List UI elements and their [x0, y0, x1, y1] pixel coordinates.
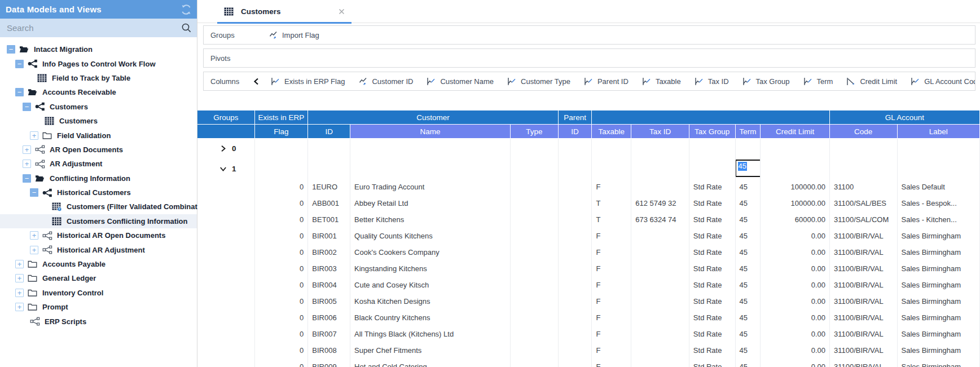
tree-item-customers-filter-validated-combination-[interactable]: Customers (Filter Validated Combination): [0, 200, 197, 214]
tree-item-erp-scripts[interactable]: ERP Scripts: [0, 314, 197, 328]
cell-name[interactable]: Black Country Kitchens: [350, 309, 511, 326]
cell-parent_id[interactable]: [559, 139, 592, 158]
cell-tax_group[interactable]: [689, 139, 736, 158]
cell-tax_id[interactable]: [631, 139, 689, 158]
cell-term[interactable]: 45: [736, 211, 761, 228]
tree-item-accounts-payable[interactable]: +Accounts Payable: [0, 257, 197, 271]
tree-item-prompt[interactable]: +Prompt: [0, 300, 197, 314]
cell-id[interactable]: [308, 158, 350, 179]
cell-gl_code[interactable]: 31100/BIR/VAL: [830, 228, 898, 244]
cell-term[interactable]: 45: [736, 359, 761, 367]
column-header-term[interactable]: Term: [736, 125, 761, 139]
column-chip-tax-group[interactable]: Tax Group: [742, 77, 790, 86]
cell-type[interactable]: [511, 158, 559, 179]
cell-credit_limit[interactable]: [761, 158, 830, 179]
cell-gl_code[interactable]: 31100/BIR/VAL: [830, 244, 898, 260]
collapse-icon[interactable]: −: [7, 45, 15, 54]
expand-icon[interactable]: +: [15, 303, 24, 311]
cell-parent_id[interactable]: [559, 179, 592, 195]
cell-flag[interactable]: 0: [255, 309, 309, 326]
refresh-icon[interactable]: [180, 3, 192, 16]
cell-tax_id[interactable]: [631, 228, 689, 244]
tree-item-intacct-migration[interactable]: −Intacct Migration: [0, 42, 197, 56]
cell-name[interactable]: Euro Trading Account: [350, 179, 511, 195]
cell-groups[interactable]: [197, 228, 255, 244]
column-chip-tax-id[interactable]: Tax ID: [695, 77, 729, 86]
column-chip-customer-name[interactable]: Customer Name: [427, 77, 494, 86]
cell-tax_group[interactable]: Std Rate: [689, 179, 736, 195]
cell-type[interactable]: [511, 179, 559, 195]
column-header-gl_label[interactable]: Label: [898, 125, 980, 139]
cell-gl_label[interactable]: [898, 158, 980, 179]
column-group-header-exists-in-erp[interactable]: Exists in ERP: [255, 110, 309, 125]
cell-tax_id[interactable]: [631, 158, 689, 179]
cell-gl_label[interactable]: Sales Birmingham: [898, 277, 980, 293]
cell-credit_limit[interactable]: 100000.00: [761, 195, 830, 211]
column-chip-term[interactable]: Term: [803, 77, 833, 86]
cell-flag[interactable]: 0: [255, 277, 309, 293]
cell-name[interactable]: Cook's Cookers Company: [350, 244, 511, 260]
cell-flag[interactable]: [255, 158, 309, 179]
column-header-taxable[interactable]: Taxable: [592, 125, 631, 139]
cell-id[interactable]: BIR008: [308, 342, 350, 359]
cell-flag[interactable]: 0: [255, 293, 309, 309]
tree-item-ar-open-documents[interactable]: +AR Open Documents: [0, 143, 197, 157]
cell-parent_id[interactable]: [559, 228, 592, 244]
cell-id[interactable]: ABB001: [308, 195, 350, 211]
cell-credit_limit[interactable]: 0.00: [761, 260, 830, 277]
tree-item-inventory-control[interactable]: +Inventory Control: [0, 286, 197, 300]
cell-credit_limit[interactable]: 0.00: [761, 326, 830, 342]
column-chip-credit-limit[interactable]: Credit Limit: [846, 77, 897, 86]
cell-tax_id[interactable]: [631, 244, 689, 260]
cell-type[interactable]: [511, 260, 559, 277]
cell-groups[interactable]: 1: [197, 158, 255, 179]
cell-groups[interactable]: [197, 260, 255, 277]
column-chip-gl-account-code[interactable]: GL Account Code: [911, 77, 975, 86]
cell-tax_id[interactable]: 612 5749 32: [631, 195, 689, 211]
cell-id[interactable]: BIR002: [308, 244, 350, 260]
cell-tax_group[interactable]: [689, 158, 736, 179]
tree-item-customers-conflicting-information[interactable]: Customers Conflicting Information: [0, 214, 197, 228]
cell-flag[interactable]: 0: [255, 260, 309, 277]
cell-name[interactable]: Kingstanding Kitchens: [350, 260, 511, 277]
column-chip-import-flag[interactable]: Import Flag: [269, 31, 319, 39]
column-header-flag[interactable]: Flag: [255, 125, 309, 139]
cell-term[interactable]: 45: [736, 158, 761, 179]
cell-id[interactable]: BIR004: [308, 277, 350, 293]
cell-flag[interactable]: 0: [255, 179, 309, 195]
cell-taxable[interactable]: F: [592, 309, 631, 326]
tree-item-general-ledger[interactable]: +General Ledger: [0, 271, 197, 285]
collapse-icon[interactable]: −: [23, 103, 31, 111]
cell-tax_id[interactable]: [631, 260, 689, 277]
cell-tax_id[interactable]: [631, 342, 689, 359]
cell-flag[interactable]: [255, 139, 309, 158]
cell-gl_label[interactable]: Sales Birmingham: [898, 244, 980, 260]
cell-gl_code[interactable]: 31100/SAL/BES: [830, 195, 898, 211]
column-header-parent_id[interactable]: ID: [559, 125, 592, 139]
cell-gl_code[interactable]: 31100/BIR/VAL: [830, 309, 898, 326]
cell-name[interactable]: Hot and Cold Catering: [350, 359, 511, 367]
cell-groups[interactable]: [197, 195, 255, 211]
cell-tax_group[interactable]: Std Rate: [689, 359, 736, 367]
cell-tax_group[interactable]: Std Rate: [689, 342, 736, 359]
cell-name[interactable]: All Things Black (Kitchens) Ltd: [350, 326, 511, 342]
cell-credit_limit[interactable]: 0.00: [761, 277, 830, 293]
cell-tax_group[interactable]: Std Rate: [689, 277, 736, 293]
tree-item-field-to-track-by-table[interactable]: Field to Track by Table: [0, 71, 197, 85]
cell-name[interactable]: Abbey Retail Ltd: [350, 195, 511, 211]
cell-id[interactable]: BIR001: [308, 228, 350, 244]
cell-taxable[interactable]: [592, 158, 631, 179]
tree-item-conflicting-information[interactable]: −Conflicting Information: [0, 171, 197, 185]
group-expand-toggle[interactable]: 0: [197, 144, 236, 153]
cell-gl_label[interactable]: Sales Birmingham: [898, 309, 980, 326]
column-header-credit_limit[interactable]: Credit Limit: [761, 125, 830, 139]
cell-gl_label[interactable]: [898, 139, 980, 158]
cell-type[interactable]: [511, 326, 559, 342]
cell-flag[interactable]: 0: [255, 211, 309, 228]
cell-flag[interactable]: 0: [255, 195, 309, 211]
cell-type[interactable]: [511, 139, 559, 158]
cell-parent_id[interactable]: [559, 342, 592, 359]
cell-gl_label[interactable]: Sales - Kitchen...: [898, 211, 980, 228]
cell-type[interactable]: [511, 228, 559, 244]
cell-taxable[interactable]: F: [592, 244, 631, 260]
